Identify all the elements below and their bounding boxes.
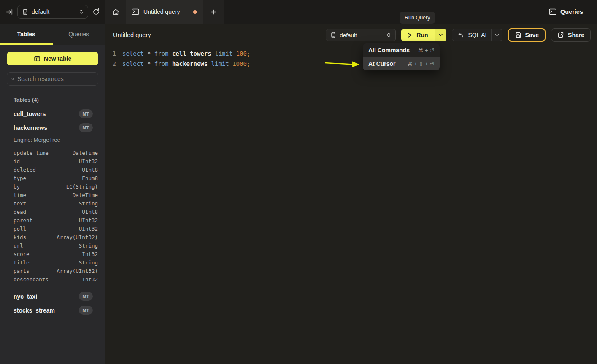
column-type: DateTime bbox=[73, 192, 98, 198]
table-row-nyc-taxi[interactable]: nyc_taxi MT bbox=[7, 289, 98, 303]
engine-badge: MT bbox=[79, 109, 93, 118]
main-panel: Untitled query default bbox=[105, 24, 597, 364]
column-row[interactable]: urlString bbox=[7, 241, 98, 250]
column-row[interactable]: deletedUInt8 bbox=[7, 165, 98, 174]
share-button[interactable]: Share bbox=[551, 28, 591, 42]
search-box bbox=[7, 72, 98, 86]
menu-item-shortcut: ⌘ + ⇧ + ⏎ bbox=[407, 61, 434, 67]
column-type: Array(UInt32) bbox=[57, 268, 98, 274]
menu-item-label: At Cursor bbox=[368, 60, 396, 67]
column-name: id bbox=[14, 158, 20, 164]
sql-ai-label: SQL AI bbox=[468, 32, 487, 38]
table-icon bbox=[34, 55, 41, 62]
column-name: time bbox=[14, 192, 26, 198]
tab-untitled-query[interactable]: Untitled query bbox=[126, 0, 203, 24]
save-icon bbox=[515, 32, 521, 38]
play-icon bbox=[406, 32, 413, 38]
code-line-2: 2 select*fromhackernewslimit1000; bbox=[105, 59, 597, 69]
run-query-tooltip: Run Query bbox=[400, 12, 435, 24]
column-row[interactable]: titleString bbox=[7, 258, 98, 267]
sql-editor[interactable]: 1 select*fromcell_towerslimit100; 2 sele… bbox=[105, 46, 597, 364]
menu-item-at-cursor[interactable]: At Cursor ⌘ + ⇧ + ⏎ bbox=[363, 57, 440, 70]
tab-tables[interactable]: Tables bbox=[0, 24, 53, 45]
toolbar-database-value: default bbox=[340, 32, 383, 38]
terminal-icon bbox=[549, 8, 556, 15]
column-type: UInt32 bbox=[79, 217, 98, 224]
run-button-label: Run bbox=[416, 32, 428, 38]
line-number: 1 bbox=[105, 50, 116, 57]
column-row[interactable]: pollUInt32 bbox=[7, 224, 98, 233]
column-type: UInt32 bbox=[79, 226, 98, 232]
sql-ai-button[interactable]: SQL AI bbox=[452, 29, 492, 41]
column-name: deleted bbox=[14, 167, 36, 173]
refresh-icon[interactable] bbox=[92, 8, 100, 16]
new-table-label: New table bbox=[44, 55, 71, 62]
queries-panel-button[interactable]: Queries bbox=[542, 0, 597, 24]
engine-badge: MT bbox=[79, 306, 93, 315]
table-row-cell-towers[interactable]: cell_towers MT bbox=[7, 107, 98, 121]
home-tab[interactable] bbox=[105, 0, 126, 24]
column-type: Array(UInt32) bbox=[57, 234, 98, 240]
column-row[interactable]: partsArray(UInt32) bbox=[7, 267, 98, 275]
column-name: url bbox=[14, 243, 23, 249]
tables-section-header: Tables (4) bbox=[7, 97, 98, 103]
toolbar-actions: default Run bbox=[326, 28, 591, 42]
column-type: UInt32 bbox=[79, 158, 98, 164]
toolbar-database-select[interactable]: default bbox=[326, 29, 396, 41]
column-row[interactable]: textString bbox=[7, 199, 98, 208]
topbar-spacer bbox=[224, 0, 542, 24]
search-input[interactable] bbox=[17, 75, 94, 82]
column-row[interactable]: parentUInt32 bbox=[7, 216, 98, 224]
column-name: poll bbox=[14, 226, 26, 232]
column-row[interactable]: typeEnum8 bbox=[7, 174, 98, 182]
table-row-stocks-stream[interactable]: stocks_stream MT bbox=[7, 303, 98, 317]
new-table-button[interactable]: New table bbox=[7, 52, 98, 65]
database-select[interactable]: default bbox=[17, 5, 88, 19]
collapse-sidebar-icon[interactable] bbox=[6, 8, 13, 16]
column-row[interactable]: update_timeDateTime bbox=[7, 148, 98, 157]
column-row[interactable]: descendantsInt32 bbox=[7, 275, 98, 283]
table-name: nyc_taxi bbox=[14, 293, 37, 300]
table-name: cell_towers bbox=[14, 111, 46, 117]
active-tab-underline bbox=[0, 43, 53, 45]
run-button-group: Run bbox=[401, 29, 446, 41]
topbar-left: default bbox=[0, 0, 105, 24]
tab-label: Untitled query bbox=[143, 8, 180, 15]
run-button[interactable]: Run bbox=[401, 29, 434, 41]
column-type: DateTime bbox=[73, 150, 98, 156]
sql-ai-options-button[interactable] bbox=[491, 29, 502, 41]
column-row[interactable]: timeDateTime bbox=[7, 191, 98, 199]
column-type: String bbox=[79, 200, 98, 207]
code-text: select*fromcell_towerslimit100; bbox=[122, 50, 250, 57]
column-row[interactable]: kidsArray(UInt32) bbox=[7, 233, 98, 241]
column-row[interactable]: idUInt32 bbox=[7, 157, 98, 165]
chevron-down-icon bbox=[495, 34, 499, 37]
column-name: score bbox=[14, 251, 30, 257]
terminal-icon bbox=[132, 8, 139, 15]
engine-badge: MT bbox=[79, 292, 93, 301]
sparkles-icon bbox=[457, 32, 465, 39]
tab-queries[interactable]: Queries bbox=[53, 24, 105, 45]
table-row-hackernews[interactable]: hackernews MT bbox=[7, 121, 98, 135]
column-type: Enum8 bbox=[82, 175, 98, 181]
column-type: String bbox=[79, 259, 98, 266]
line-number: 2 bbox=[105, 60, 116, 67]
column-list: update_timeDateTime idUInt32 deletedUInt… bbox=[7, 148, 98, 283]
menu-item-all-commands[interactable]: All Commands ⌘ + ⏎ bbox=[363, 43, 440, 57]
database-select-value: default bbox=[32, 8, 76, 15]
share-icon bbox=[557, 32, 564, 38]
column-row[interactable]: deadUInt8 bbox=[7, 208, 98, 216]
column-name: dead bbox=[14, 209, 26, 215]
new-tab-button[interactable] bbox=[203, 0, 224, 24]
column-row[interactable]: scoreInt32 bbox=[7, 250, 98, 258]
app-window: default Untitled query bbox=[0, 0, 597, 364]
column-type: UInt8 bbox=[82, 167, 98, 173]
run-options-button[interactable] bbox=[435, 29, 446, 41]
query-toolbar: Untitled query default bbox=[105, 24, 597, 46]
column-row[interactable]: byLC(String) bbox=[7, 182, 98, 191]
unsaved-indicator-dot bbox=[193, 10, 197, 14]
save-button[interactable]: Save bbox=[508, 28, 546, 42]
column-name: text bbox=[14, 200, 26, 207]
share-button-label: Share bbox=[568, 32, 584, 38]
column-type: Int32 bbox=[82, 251, 98, 257]
